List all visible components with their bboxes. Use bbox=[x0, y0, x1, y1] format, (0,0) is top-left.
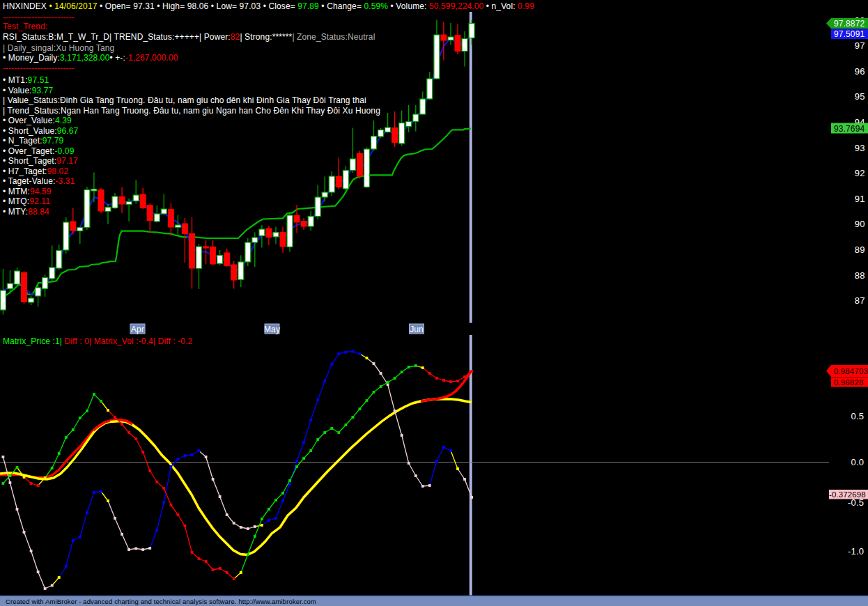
svg-text:0.96828: 0.96828 bbox=[834, 378, 863, 387]
svg-text:• Value:93.77: • Value:93.77 bbox=[3, 86, 53, 95]
svg-text:• Taget-Value:-3.31: • Taget-Value:-3.31 bbox=[3, 176, 75, 186]
svg-text:• N_Taget:97.79: • N_Taget:97.79 bbox=[3, 136, 64, 146]
svg-text:93.7694: 93.7694 bbox=[834, 124, 865, 134]
svg-text:• MT1:97.51: • MT1:97.51 bbox=[3, 75, 49, 85]
svg-text:0.0: 0.0 bbox=[851, 457, 864, 467]
svg-text:Matrix_Price :1| Diff : 0| Ma: Matrix_Price :1| Diff : 0| Matrix_Vol :-… bbox=[3, 336, 193, 346]
svg-text:97.8872: 97.8872 bbox=[834, 19, 865, 29]
svg-text:• Short_Value:96.67: • Short_Value:96.67 bbox=[3, 126, 79, 136]
svg-text:• MTM:94.59: • MTM:94.59 bbox=[3, 187, 52, 196]
svg-text:88: 88 bbox=[855, 270, 865, 281]
svg-text:-------------------------: ------------------------- bbox=[3, 63, 75, 73]
svg-text:87: 87 bbox=[855, 295, 865, 306]
svg-text:Test_Trend:: Test_Trend: bbox=[3, 22, 47, 31]
svg-text:95: 95 bbox=[855, 91, 865, 102]
svg-text:-0.372698: -0.372698 bbox=[829, 490, 866, 499]
svg-text:• H7_Taget:98.02: • H7_Taget:98.02 bbox=[3, 166, 68, 176]
svg-text:| Value_Status:Đinh Gia Tang T: | Value_Status:Đinh Gia Tang Truong. Đâu… bbox=[3, 95, 366, 105]
svg-text:Jun: Jun bbox=[410, 325, 424, 334]
svg-text:• Over_Value:4.39: • Over_Value:4.39 bbox=[3, 116, 72, 125]
svg-text:May: May bbox=[264, 325, 280, 334]
svg-text:Created with AmiBroker - advan: Created with AmiBroker - advanced charti… bbox=[6, 598, 316, 605]
svg-text:90: 90 bbox=[855, 219, 865, 229]
svg-text:Apr: Apr bbox=[131, 325, 144, 334]
svg-text:| Daily_singal:Xu Huong Tang: | Daily_singal:Xu Huong Tang bbox=[3, 43, 114, 53]
svg-text:• MTQ:92.11: • MTQ:92.11 bbox=[3, 196, 50, 206]
svg-text:0.5: 0.5 bbox=[851, 411, 864, 421]
svg-text:• Over_Taget:-0.09: • Over_Taget:-0.09 bbox=[3, 146, 75, 156]
svg-text:89: 89 bbox=[855, 244, 865, 255]
svg-text:RSI_Status:B:M_T_W_Tr_D| TREND: RSI_Status:B:M_T_W_Tr_D| TREND_Status:++… bbox=[3, 32, 375, 42]
svg-text:-------------------------: ------------------------- bbox=[3, 13, 75, 22]
svg-text:• MTY:88.84: • MTY:88.84 bbox=[3, 207, 49, 217]
svg-text:93: 93 bbox=[855, 143, 865, 153]
svg-text:97.5091: 97.5091 bbox=[834, 29, 865, 39]
svg-text:96: 96 bbox=[855, 66, 865, 77]
svg-text:• Short_Taget:97.17: • Short_Taget:97.17 bbox=[3, 156, 78, 166]
svg-text:-1.0: -1.0 bbox=[848, 546, 864, 557]
svg-text:92: 92 bbox=[855, 168, 865, 178]
svg-text:97: 97 bbox=[855, 40, 865, 51]
svg-text:91: 91 bbox=[855, 194, 865, 204]
svg-text:0.984703: 0.984703 bbox=[834, 367, 868, 375]
svg-text:| Trend_Status:Ngan Han Tang T: | Trend_Status:Ngan Han Tang Truong. Đâu… bbox=[3, 106, 380, 116]
svg-text:HNXINDEX • 14/06/2017 • Open=: HNXINDEX • 14/06/2017 • Open= 97.31 • Hi… bbox=[3, 1, 534, 11]
svg-text:• Money_Daily:3,171,328.00• +-: • Money_Daily:3,171,328.00• +-:-1,267,00… bbox=[3, 53, 178, 63]
